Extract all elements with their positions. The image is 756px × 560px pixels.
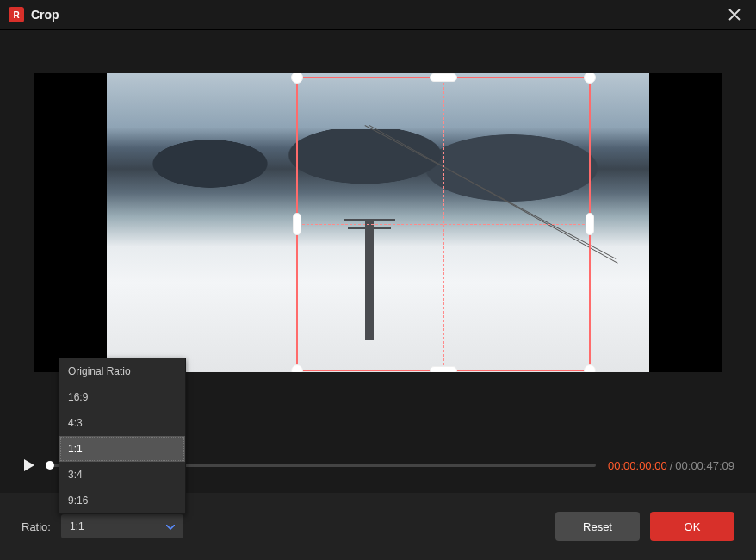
time-display: 00:00:00:00/00:00:47:09 (608, 459, 734, 472)
crop-rectangle[interactable] (296, 77, 591, 371)
ratio-option[interactable]: 1:1 (59, 436, 185, 462)
ratio-selected-value: 1:1 (70, 520, 84, 532)
play-icon (24, 459, 34, 471)
ok-button[interactable]: OK (650, 512, 734, 541)
ratio-option[interactable]: 9:16 (59, 488, 185, 513)
ratio-dropdown[interactable]: Original Ratio16:94:31:13:49:16 (59, 358, 186, 514)
ratio-option[interactable]: 3:4 (59, 462, 185, 488)
play-button[interactable] (22, 457, 37, 473)
crop-guide-horizontal (298, 224, 589, 225)
crop-handle-right[interactable] (586, 213, 594, 235)
title-bar: R Crop (0, 0, 756, 30)
crop-handle-bl[interactable] (291, 364, 303, 372)
window-title: Crop (31, 8, 59, 22)
crop-handle-br[interactable] (584, 364, 596, 372)
total-time: 00:00:47:09 (675, 459, 734, 472)
reset-button[interactable]: Reset (555, 512, 640, 541)
ratio-option[interactable]: 4:3 (59, 410, 185, 436)
current-time: 00:00:00:00 (608, 459, 667, 472)
crop-handle-tr[interactable] (584, 73, 596, 84)
time-separator: / (670, 459, 673, 472)
ratio-select[interactable]: 1:1 (61, 514, 183, 538)
chevron-down-icon (166, 520, 175, 532)
crop-handle-tl[interactable] (291, 73, 303, 84)
crop-handle-bottom[interactable] (430, 366, 457, 372)
ratio-option[interactable]: 16:9 (59, 384, 185, 410)
close-icon (728, 9, 741, 21)
crop-handle-top[interactable] (430, 73, 457, 82)
app-logo-icon: R (9, 7, 24, 22)
progress-thumb[interactable] (46, 461, 54, 470)
crop-handle-left[interactable] (293, 213, 301, 235)
preview-area (34, 73, 722, 372)
ratio-option[interactable]: Original Ratio (59, 358, 185, 384)
video-frame (107, 73, 649, 372)
ratio-label: Ratio: (22, 520, 51, 533)
close-button[interactable] (722, 2, 747, 28)
